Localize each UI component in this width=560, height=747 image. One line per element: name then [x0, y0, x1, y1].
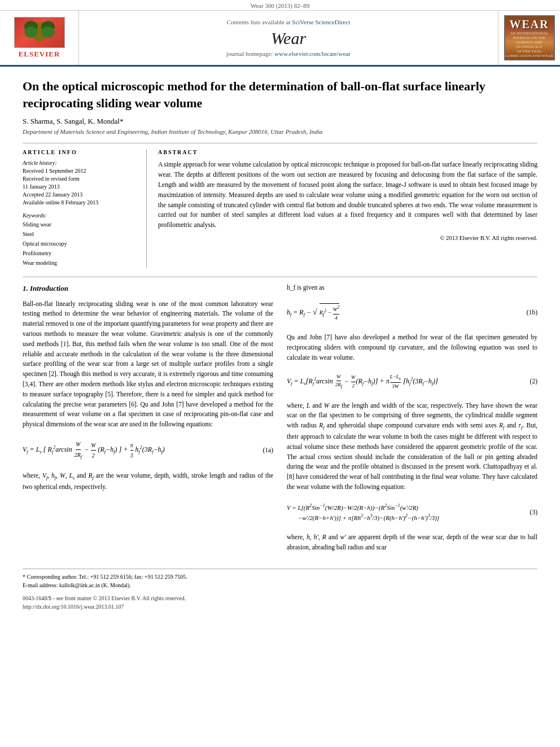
right-body-column: h_f is given as hf = Rf − √ Rf2 − W24 (1…: [287, 283, 537, 557]
email-note: E-mail address: kallolk@iitk.ac.in (K. M…: [23, 581, 537, 589]
right-para-2: Qu and John [7] have also developed a me…: [287, 333, 537, 362]
keywords-label: Keywords:: [23, 212, 137, 219]
wear-logo-box: WEAR AN INTERNATIONALJOURNAL ON THESCIEN…: [504, 15, 555, 60]
revised-label: Received in revised form: [23, 175, 137, 183]
article-info-column: ARTICLE INFO Article history: Received 1…: [23, 149, 147, 268]
wear-logo-subtext: AN INTERNATIONALJOURNAL ON THESCIENCE AN…: [505, 31, 554, 58]
wear-logo-area: WEAR AN INTERNATIONALJOURNAL ON THESCIEN…: [498, 11, 560, 65]
equation-3: V = L[(R2Sin−1(W/2R)−W/2(R−h))−(R2Sin−1(…: [287, 500, 524, 525]
equation-1b-block: hf = Rf − √ Rf2 − W24 (1b): [287, 299, 537, 327]
equation-3-number: (3): [530, 508, 537, 518]
elsevier-logo-area: ELSEVIER: [0, 11, 79, 65]
accepted-date: Accepted 22 January 2013: [23, 191, 137, 199]
history-label: Article history:: [23, 160, 137, 166]
keywords-list: Sliding wear Steel Optical microscopy Pr…: [23, 220, 137, 268]
footnotes-area: * Corresponding author. Tel.: +91 512 25…: [23, 569, 537, 589]
keyword-3: Optical microscopy: [23, 239, 137, 248]
copyright-line: © 2013 Elsevier B.V. All rights reserved…: [158, 235, 537, 241]
equation-2: Vf = Ls[Rf2arcsin W 2Rf − W 2 (Rf−hf)] +…: [287, 371, 524, 393]
journal-top-bar: Wear 300 (2013) 82–89: [0, 0, 560, 11]
issn-line: 0043-1648/$ - see front matter © 2013 El…: [23, 594, 537, 602]
homepage-link[interactable]: www.elsevier.com/locate/wear: [274, 50, 351, 57]
abstract-column: ABSTRACT A simple approach for wear volu…: [158, 149, 537, 268]
equation-3-block: V = L[(R2Sin−1(W/2R)−W/2(R−h))−(R2Sin−1(…: [287, 498, 537, 527]
abstract-title: ABSTRACT: [158, 149, 537, 155]
right-para-4: where, h, h', R and w' are apparent dept…: [287, 532, 537, 553]
sciverse-link[interactable]: SciVerse ScienceDirect: [292, 19, 350, 25]
equation-1a-block: Vf = Ls [ Rf2arcsin W 2Rf − W 2 (Rf−hf) …: [23, 435, 273, 465]
intro-para-1: Ball-on-flat linearly reciprocating slid…: [23, 299, 273, 430]
equation-1b-number: (1b): [527, 308, 537, 318]
author-affiliation: Department of Materials Science and Engi…: [23, 128, 537, 135]
elsevier-logo-image: [14, 17, 65, 48]
left-body-column: 1. Introduction Ball-on-flat linearly re…: [23, 283, 273, 557]
equation-1a: Vf = Ls [ Rf2arcsin W 2Rf − W 2 (Rf−hf) …: [23, 438, 165, 463]
article-info-title: ARTICLE INFO: [23, 149, 137, 155]
corresponding-author-note: * Corresponding author. Tel.: +91 512 25…: [23, 573, 537, 581]
keyword-4: Profilometry: [23, 248, 137, 258]
elsevier-wordmark: ELSEVIER: [14, 50, 65, 59]
authors: S. Sharma, S. Sangal, K. Mondal*: [23, 117, 537, 126]
sciverse-line: Contents lists available at SciVerse Sci…: [227, 19, 350, 25]
main-content: On the optical microscopic method for th…: [0, 67, 560, 622]
svg-point-3: [24, 27, 38, 38]
eq1b-intro: h_f is given as: [287, 283, 537, 293]
footer-issn: 0043-1648/$ - see front matter © 2013 El…: [23, 594, 537, 611]
article-title: On the optical microscopic method for th…: [23, 78, 537, 111]
section-1-heading: 1. Introduction: [23, 283, 273, 294]
journal-homepage: journal homepage: www.elsevier.com/locat…: [226, 50, 351, 57]
article-meta-row: ARTICLE INFO Article history: Received 1…: [23, 143, 537, 268]
doi-line: http://dx.doi.org/10.1016/j.wear.2013.01…: [23, 602, 537, 611]
equation-2-block: Vf = Ls[Rf2arcsin W 2Rf − W 2 (Rf−hf)] +…: [287, 369, 537, 395]
journal-title: Wear: [271, 29, 306, 48]
keyword-5: Wear modeling: [23, 258, 137, 268]
keyword-1: Sliding wear: [23, 220, 137, 229]
revised-date: 11 January 2013: [23, 183, 137, 191]
body-columns: 1. Introduction Ball-on-flat linearly re…: [23, 283, 537, 557]
svg-rect-5: [37, 38, 42, 42]
journal-header-center: Contents lists available at SciVerse Sci…: [79, 11, 498, 65]
svg-point-4: [41, 27, 55, 38]
keyword-2: Steel: [23, 229, 137, 239]
elsevier-logo: ELSEVIER: [14, 17, 65, 59]
section-divider: [23, 277, 537, 277]
intro-para-2: where, Vf, hf, W, Ls and Rf are the wear…: [23, 471, 273, 492]
received-date: Received 1 September 2012: [23, 167, 137, 175]
right-para-3: where, L and W are the length and width …: [287, 401, 537, 492]
wear-logo-text: WEAR: [509, 18, 549, 31]
page-wrapper: Wear 300 (2013) 82–89 ELSEVIER: [0, 0, 560, 622]
equation-2-number: (2): [530, 377, 537, 387]
available-date: Available online 8 February 2013: [23, 199, 137, 207]
equation-1a-number: (1a): [262, 445, 273, 456]
journal-volume-info: Wear 300 (2013) 82–89: [251, 2, 310, 9]
journal-header: ELSEVIER Contents lists available at Sci…: [0, 11, 560, 67]
abstract-text: A simple approach for wear volume calcul…: [158, 160, 537, 230]
equation-1b: hf = Rf − √ Rf2 − W24: [287, 301, 340, 325]
